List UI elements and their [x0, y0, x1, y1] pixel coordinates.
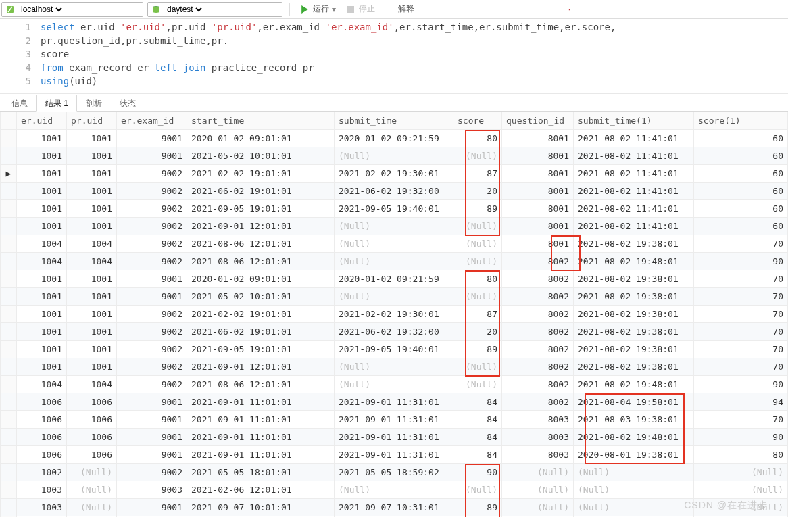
cell[interactable]: 1001: [17, 341, 67, 358]
cell[interactable]: 9001: [117, 446, 187, 464]
cell[interactable]: 2021-02-06 12:01:01: [187, 481, 335, 499]
cell[interactable]: (Null): [453, 218, 502, 235]
cell[interactable]: 1003: [17, 499, 67, 516]
cell[interactable]: (Null): [574, 499, 694, 516]
row-handle[interactable]: [1, 516, 17, 518]
table-row[interactable]: 1004100490022021-08-06 12:01:01(Null)(Nu…: [1, 376, 788, 393]
table-row[interactable]: 1001100190022021-02-02 19:01:012021-02-0…: [1, 306, 788, 323]
tab-info[interactable]: 信息: [3, 95, 36, 112]
cell[interactable]: 90: [453, 464, 502, 481]
cell[interactable]: 2021-05-05 18:59:02: [335, 464, 453, 481]
cell[interactable]: (Null): [574, 464, 694, 481]
database-select[interactable]: daytest: [164, 4, 204, 15]
cell[interactable]: 89: [453, 341, 502, 358]
cell[interactable]: 8001: [502, 183, 574, 200]
cell[interactable]: 60: [694, 165, 788, 183]
table-row[interactable]: 1006100690012021-09-01 11:01:012021-09-0…: [1, 393, 788, 411]
cell[interactable]: (Null): [335, 358, 453, 376]
cell[interactable]: 70: [694, 288, 788, 306]
cell[interactable]: 2021-08-02 19:38:01: [574, 306, 694, 323]
cell[interactable]: 9002: [117, 165, 187, 183]
cell[interactable]: 20: [453, 323, 502, 341]
cell[interactable]: 1001: [17, 288, 67, 306]
cell[interactable]: 2021-08-06 12:01:01: [187, 253, 335, 270]
table-row[interactable]: 1001100190022021-09-05 19:01:012021-09-0…: [1, 341, 788, 358]
cell[interactable]: 2021-08-02 19:38:01: [574, 341, 694, 358]
cell[interactable]: 2021-08-06 12:01:01: [187, 235, 335, 253]
cell[interactable]: 8002: [502, 393, 574, 411]
cell[interactable]: 1001: [67, 218, 117, 235]
cell[interactable]: 2020-01-02 09:21:59: [335, 270, 453, 288]
cell[interactable]: 2021-08-02 19:48:01: [574, 376, 694, 393]
cell[interactable]: (Null): [502, 464, 574, 481]
cell[interactable]: 1001: [17, 130, 67, 147]
cell[interactable]: 9002: [117, 235, 187, 253]
cell[interactable]: 8003: [502, 411, 574, 429]
cell[interactable]: 1006: [17, 446, 67, 464]
cell[interactable]: 70: [694, 358, 788, 376]
cell[interactable]: 2021-08-02 11:41:01: [574, 147, 694, 165]
cell[interactable]: 1001: [17, 147, 67, 165]
cell[interactable]: 1004: [67, 253, 117, 270]
cell[interactable]: (Null): [335, 147, 453, 165]
cell[interactable]: 2021-08-02 19:38:01: [574, 270, 694, 288]
row-handle[interactable]: [1, 288, 17, 306]
cell[interactable]: 1001: [67, 165, 117, 183]
cell[interactable]: 81: [453, 516, 502, 518]
cell[interactable]: 2021-09-05 19:40:01: [335, 200, 453, 218]
cell[interactable]: 2020-08-01 19:38:01: [574, 446, 694, 464]
cell[interactable]: 2021-06-02 19:01:01: [187, 323, 335, 341]
cell[interactable]: 2021-08-02 19:38:01: [574, 358, 694, 376]
cell[interactable]: 90: [694, 376, 788, 393]
cell[interactable]: 2021-08-02 19:38:01: [574, 323, 694, 341]
cell[interactable]: 2021-08-02 11:41:01: [574, 218, 694, 235]
cell[interactable]: 9001: [117, 429, 187, 446]
cell[interactable]: 1001: [17, 323, 67, 341]
cell[interactable]: 2021-05-02 10:01:01: [187, 288, 335, 306]
cell[interactable]: 84: [453, 446, 502, 464]
explain-button[interactable]: 解释: [382, 2, 417, 17]
cell[interactable]: 2021-09-05 19:01:01: [187, 341, 335, 358]
cell[interactable]: 2021-09-01 12:01:01: [187, 218, 335, 235]
cell[interactable]: 2021-02-02 19:30:01: [335, 306, 453, 323]
cell[interactable]: 9002: [117, 218, 187, 235]
cell[interactable]: 1006: [17, 411, 67, 429]
cell[interactable]: 1001: [67, 147, 117, 165]
tab-status[interactable]: 状态: [111, 95, 145, 112]
sql-editor[interactable]: 12345 select er.uid 'er.uid',pr.uid 'pr.…: [0, 19, 788, 94]
cell[interactable]: 2021-09-05 19:40:01: [335, 341, 453, 358]
cell[interactable]: 9002: [117, 358, 187, 376]
cell[interactable]: (Null): [335, 253, 453, 270]
table-row[interactable]: 1004100490022021-08-06 12:01:01(Null)(Nu…: [1, 235, 788, 253]
cell[interactable]: 2020-01-01 12:01:01: [187, 516, 335, 518]
cell[interactable]: 70: [694, 235, 788, 253]
cell[interactable]: 1001: [17, 183, 67, 200]
cell[interactable]: 9001: [117, 393, 187, 411]
row-handle[interactable]: [1, 200, 17, 218]
cell[interactable]: 9001: [117, 288, 187, 306]
row-handle[interactable]: [1, 147, 17, 165]
cell[interactable]: 8002: [502, 323, 574, 341]
cell[interactable]: 2021-09-01 11:01:01: [187, 411, 335, 429]
cell[interactable]: 1001: [67, 200, 117, 218]
cell[interactable]: 60: [694, 130, 788, 147]
cell[interactable]: 1003: [17, 481, 67, 499]
cell[interactable]: 60: [694, 147, 788, 165]
row-handle[interactable]: [1, 464, 17, 481]
cell[interactable]: 1006: [17, 393, 67, 411]
cell[interactable]: 2021-09-07 10:01:01: [187, 499, 335, 516]
cell[interactable]: 2021-08-02 19:38:01: [574, 288, 694, 306]
cell[interactable]: 9002: [117, 200, 187, 218]
cell[interactable]: 2020-01-01 12:31:01: [335, 516, 453, 518]
cell[interactable]: (Null): [694, 481, 788, 499]
cell[interactable]: 87: [453, 165, 502, 183]
cell[interactable]: 84: [453, 429, 502, 446]
cell[interactable]: 2021-06-02 19:32:00: [335, 323, 453, 341]
cell[interactable]: (Null): [453, 376, 502, 393]
cell[interactable]: 60: [694, 200, 788, 218]
row-handle[interactable]: [1, 429, 17, 446]
cell[interactable]: 2021-08-02 11:41:01: [574, 165, 694, 183]
row-handle[interactable]: ▶: [1, 165, 17, 183]
cell[interactable]: 1001: [67, 341, 117, 358]
cell[interactable]: 1001: [17, 218, 67, 235]
